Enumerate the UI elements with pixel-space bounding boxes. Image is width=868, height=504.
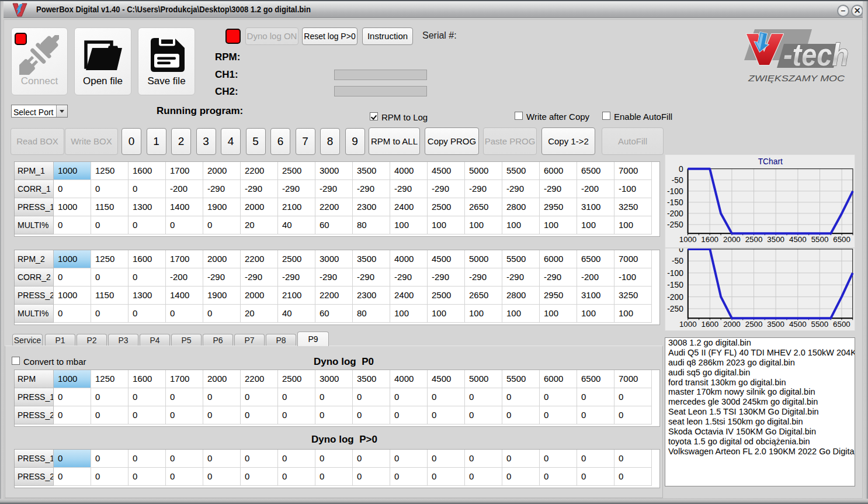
svg-text:2000: 2000 (723, 320, 741, 329)
svg-text:1600: 1600 (702, 320, 719, 329)
svg-text:2000: 2000 (723, 235, 741, 244)
svg-text:4500: 4500 (789, 235, 807, 244)
svg-text:-250: -250 (667, 220, 683, 229)
svg-text:2500: 2500 (745, 320, 763, 329)
svg-text:4500: 4500 (789, 320, 807, 329)
svg-text:-150: -150 (667, 198, 683, 207)
svg-text:5500: 5500 (811, 320, 829, 329)
svg-text:0: 0 (679, 248, 683, 254)
svg-text:-50: -50 (672, 175, 683, 185)
svg-text:1600: 1600 (701, 235, 718, 244)
svg-text:2500: 2500 (745, 235, 763, 244)
svg-text:3500: 3500 (767, 320, 784, 329)
svg-text:6500: 6500 (833, 320, 850, 329)
svg-text:-tech: -tech (783, 37, 849, 72)
svg-text:-50: -50 (672, 257, 683, 265)
svg-text:1000: 1000 (679, 235, 697, 244)
svg-text:1000: 1000 (679, 320, 697, 329)
svg-text:-100: -100 (667, 187, 683, 196)
svg-text:5500: 5500 (811, 235, 829, 244)
svg-text:TChart: TChart (758, 157, 783, 166)
svg-text:3500: 3500 (767, 235, 784, 244)
svg-text:-150: -150 (667, 281, 683, 289)
svg-text:ZWIĘKSZAMY MOC: ZWIĘKSZAMY MOC (748, 73, 845, 83)
svg-text:-100: -100 (667, 269, 683, 278)
svg-text:6500: 6500 (833, 235, 850, 244)
svg-text:-200: -200 (667, 293, 683, 302)
svg-text:-250: -250 (667, 305, 683, 313)
svg-text:0: 0 (679, 164, 683, 174)
svg-text:-200: -200 (667, 209, 683, 218)
